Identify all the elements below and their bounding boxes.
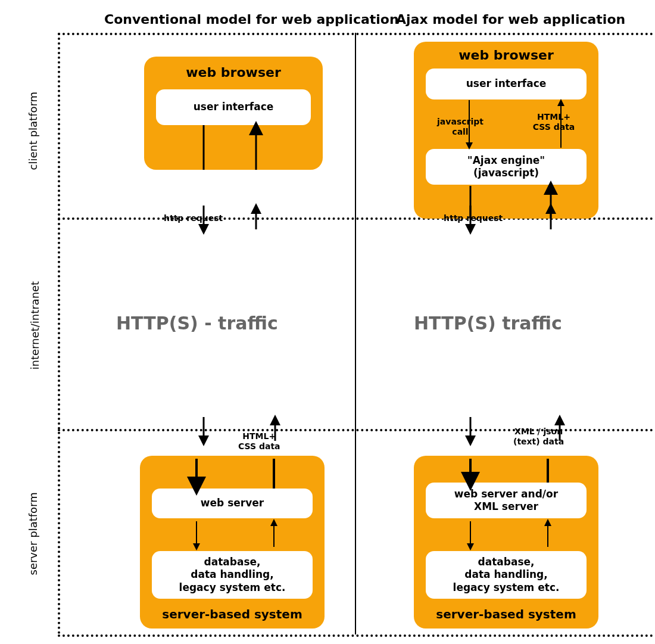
- right-client-box: web browser user interface javascript ca…: [414, 42, 598, 219]
- right-server-title: server-based system: [414, 607, 598, 621]
- bottom-row-line: [58, 634, 653, 637]
- left-client-box: web browser user interface: [144, 57, 323, 170]
- center-divider: [355, 33, 356, 634]
- row-label-internet: internet/intranet: [29, 275, 41, 370]
- left-server-box: web server database, data handling, lega…: [140, 456, 325, 629]
- left-server-web: web server: [152, 489, 313, 518]
- col-title-right: Ajax model for web application: [396, 12, 625, 27]
- right-client-arrow-right-label: HTML+ CSS data: [530, 112, 578, 132]
- boundary-right-top-label: http request: [444, 213, 503, 223]
- boundary-right-bottom-label: XML / json (text) data: [513, 427, 564, 447]
- right-client-engine: "Ajax engine" (javascript): [426, 149, 587, 185]
- right-server-box: web server and/or XML server database, d…: [414, 456, 598, 629]
- col-title-left: Conventional model for web application: [104, 12, 399, 27]
- left-client-ui: user interface: [156, 89, 311, 125]
- row-label-server: server platform: [27, 486, 39, 575]
- boundary-left-top-label: http request: [164, 213, 223, 223]
- row-label-client: client platform: [27, 81, 39, 170]
- traffic-right: HTTP(S) traffic: [414, 313, 562, 334]
- right-client-ui: user interface: [426, 69, 587, 99]
- right-server-web: web server and/or XML server: [426, 483, 587, 518]
- right-client-title: web browser: [414, 48, 598, 63]
- right-server-db: database, data handling, legacy system e…: [426, 551, 587, 599]
- boundary-left-bottom-label: HTML+ CSS data: [238, 431, 280, 452]
- left-margin-line: [58, 33, 60, 634]
- traffic-left: HTTP(S) - traffic: [116, 313, 278, 334]
- right-client-arrow-left-label: javascript call: [436, 117, 484, 137]
- left-client-title: web browser: [144, 65, 323, 80]
- left-server-db: database, data handling, legacy system e…: [152, 551, 313, 599]
- left-server-title: server-based system: [140, 607, 325, 621]
